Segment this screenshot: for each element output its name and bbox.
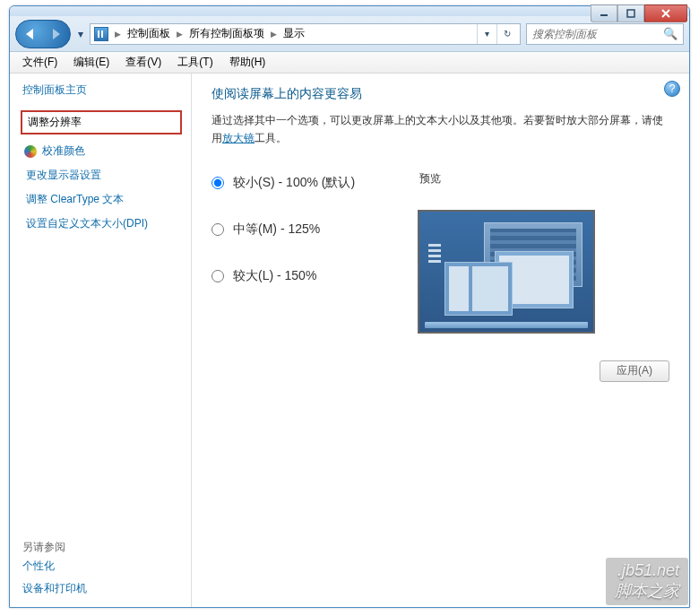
search-icon: 🔍 [663, 27, 677, 40]
see-also-devices-printers[interactable]: 设备和打印机 [22, 577, 180, 600]
option-label: 中等(M) - 125% [233, 221, 320, 238]
preview-taskbar-icon [425, 322, 588, 328]
refresh-button[interactable]: ↻ [496, 24, 516, 44]
back-button[interactable] [26, 29, 33, 39]
minimize-button[interactable] [591, 4, 617, 22]
breadcrumb-item[interactable]: 控制面板 [127, 26, 170, 41]
menu-file[interactable]: 文件(F) [15, 52, 65, 73]
sidebar-item-calibrate[interactable]: 校准颜色 [22, 140, 180, 164]
option-small-radio[interactable] [211, 177, 224, 189]
size-options: 较小(S) - 100% (默认) 中等(M) - 125% 较大(L) - 1… [211, 171, 418, 334]
forward-button[interactable] [53, 29, 60, 39]
sidebar-home-link[interactable]: 控制面板主页 [22, 82, 180, 98]
help-icon: ? [669, 82, 676, 95]
menu-view[interactable]: 查看(V) [118, 52, 168, 73]
menu-bar: 文件(F) 编辑(E) 查看(V) 工具(T) 帮助(H) [10, 52, 689, 74]
body: 控制面板主页 调整分辨率 校准颜色 更改显示器设置 调整 ClearType 文… [10, 74, 689, 607]
preview-image [418, 210, 595, 334]
shield-icon [24, 145, 37, 158]
address-dropdown[interactable]: ▾ [477, 24, 496, 44]
option-large-radio[interactable] [211, 270, 224, 282]
option-medium[interactable]: 中等(M) - 125% [211, 221, 418, 238]
option-label: 较小(S) - 100% (默认) [233, 175, 355, 191]
maximize-button[interactable] [617, 4, 644, 22]
page-title: 使阅读屏幕上的内容更容易 [211, 86, 669, 102]
see-also-label: 另请参阅 [22, 540, 180, 555]
nav-history-dropdown[interactable]: ▾ [76, 23, 84, 45]
sidebar-item-resolution[interactable]: 调整分辨率 [21, 110, 182, 134]
sidebar-item-label: 校准颜色 [42, 143, 85, 159]
breadcrumb-item[interactable]: 所有控制面板项 [189, 26, 264, 41]
preview-window-icon [444, 262, 513, 316]
main-pane: ? 使阅读屏幕上的内容更容易 通过选择其中一个选项，可以更改屏幕上的文本大小以及… [192, 74, 689, 607]
search-box[interactable]: 🔍 [526, 23, 684, 45]
option-large[interactable]: 较大(L) - 150% [211, 268, 418, 284]
preview-list-icon [428, 244, 441, 265]
sidebar-item-custom-dpi[interactable]: 设置自定义文本大小(DPI) [22, 213, 180, 237]
nav-back-forward [15, 20, 71, 48]
watermark: .jb51.net 脚本之家 [606, 558, 688, 605]
sidebar-item-change-display[interactable]: 更改显示器设置 [22, 164, 180, 188]
minimize-icon [600, 9, 608, 18]
svg-rect-0 [600, 14, 608, 16]
see-also-personalization[interactable]: 个性化 [22, 555, 180, 577]
maximize-icon [626, 9, 635, 18]
breadcrumb-sep: ▶ [112, 30, 124, 39]
apply-button[interactable]: 应用(A) [600, 360, 669, 382]
menu-tools[interactable]: 工具(T) [170, 52, 220, 73]
sidebar-item-cleartype[interactable]: 调整 ClearType 文本 [22, 188, 180, 213]
refresh-icon: ↻ [504, 29, 511, 39]
magnifier-link[interactable]: 放大镜 [222, 132, 255, 144]
titlebar [10, 6, 689, 16]
option-small[interactable]: 较小(S) - 100% (默认) [211, 175, 418, 191]
search-input[interactable] [532, 28, 660, 40]
menu-edit[interactable]: 编辑(E) [66, 52, 116, 73]
page-description: 通过选择其中一个选项，可以更改屏幕上的文本大小以及其他项。若要暂时放大部分屏幕，… [211, 111, 669, 148]
options-row: 较小(S) - 100% (默认) 中等(M) - 125% 较大(L) - 1… [211, 171, 669, 334]
svg-rect-1 [627, 10, 634, 17]
close-button[interactable] [644, 4, 687, 22]
control-panel-icon [94, 27, 108, 41]
window: ▾ ▶ 控制面板 ▶ 所有控制面板项 ▶ 显示 ▾ ↻ 🔍 文件(F) 编辑(E… [9, 5, 690, 608]
preview-column: 预览 [418, 171, 669, 334]
address-bar[interactable]: ▶ 控制面板 ▶ 所有控制面板项 ▶ 显示 ▾ ↻ [90, 23, 521, 45]
option-label: 较大(L) - 150% [233, 268, 316, 284]
preview-label: 预览 [418, 171, 669, 187]
sidebar: 控制面板主页 调整分辨率 校准颜色 更改显示器设置 调整 ClearType 文… [10, 74, 192, 607]
option-medium-radio[interactable] [211, 223, 224, 236]
window-controls [591, 4, 687, 22]
apply-row: 应用(A) [211, 360, 669, 382]
breadcrumb-item[interactable]: 显示 [283, 26, 305, 41]
help-button[interactable]: ? [664, 81, 680, 97]
close-icon [660, 8, 671, 19]
sidebar-item-label: 调整分辨率 [28, 116, 82, 128]
see-also: 另请参阅 个性化 设备和打印机 [22, 527, 180, 600]
nav-row: ▾ ▶ 控制面板 ▶ 所有控制面板项 ▶ 显示 ▾ ↻ 🔍 [10, 16, 689, 52]
menu-help[interactable]: 帮助(H) [222, 52, 273, 73]
